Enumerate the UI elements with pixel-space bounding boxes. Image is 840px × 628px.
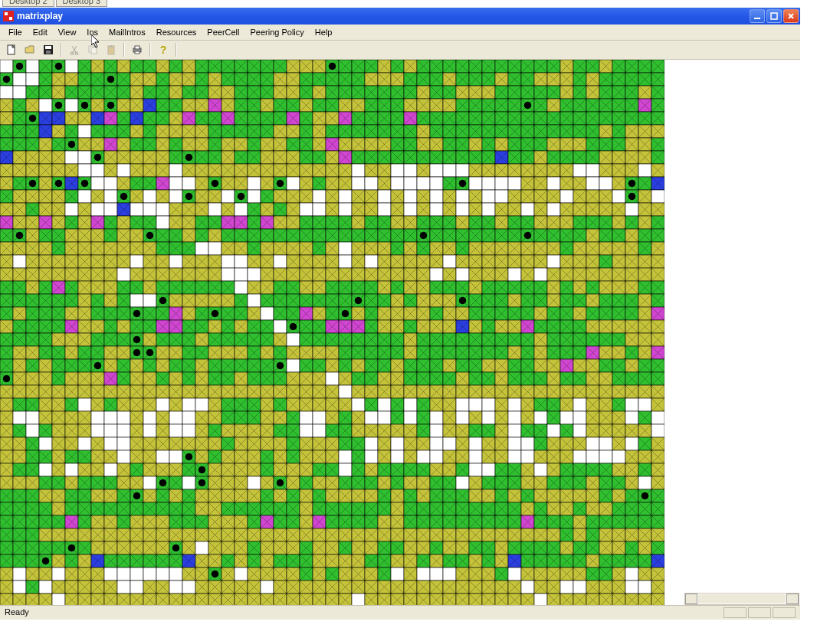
grid-cell[interactable]	[508, 502, 521, 515]
grid-cell[interactable]	[300, 112, 313, 125]
grid-cell[interactable]	[326, 320, 339, 333]
grid-cell[interactable]	[235, 307, 248, 320]
grid-cell[interactable]	[339, 164, 352, 177]
grid-cell[interactable]	[469, 411, 482, 424]
grid-cell[interactable]	[443, 151, 456, 164]
grid-cell[interactable]	[339, 463, 352, 476]
grid-cell[interactable]	[534, 255, 547, 268]
grid-cell[interactable]	[104, 190, 117, 203]
grid-cell[interactable]	[599, 594, 612, 605]
grid-cell[interactable]	[143, 164, 156, 177]
grid-cell[interactable]	[404, 476, 417, 489]
grid-cell[interactable]	[651, 450, 664, 463]
grid-cell[interactable]	[430, 567, 443, 581]
grid-cell[interactable]	[586, 294, 599, 307]
grid-cell[interactable]	[313, 281, 326, 294]
grid-cell[interactable]	[339, 242, 352, 255]
grid-cell[interactable]	[182, 281, 195, 294]
grid-cell[interactable]	[300, 268, 313, 281]
grid-cell[interactable]	[208, 138, 221, 151]
grid-cell[interactable]	[169, 502, 182, 515]
grid-cell[interactable]	[182, 567, 195, 581]
grid-cell[interactable]	[404, 307, 417, 320]
grid-cell[interactable]	[195, 489, 208, 502]
grid-cell[interactable]	[326, 515, 339, 528]
grid-cell[interactable]	[339, 177, 352, 190]
grid-cell[interactable]	[404, 581, 417, 594]
grid-cell[interactable]	[39, 125, 52, 138]
grid-cell[interactable]	[586, 229, 599, 242]
grid-cell[interactable]	[169, 476, 182, 489]
grid-cell[interactable]	[39, 73, 52, 86]
grid-cell[interactable]	[573, 489, 586, 502]
grid-cell[interactable]	[65, 515, 78, 528]
grid-cell[interactable]	[248, 528, 261, 541]
grid-cell[interactable]	[182, 581, 195, 594]
grid-cell[interactable]	[521, 450, 534, 463]
grid-cell[interactable]	[313, 541, 326, 554]
grid-cell[interactable]	[339, 424, 352, 437]
grid-cell[interactable]	[65, 476, 78, 489]
grid-cell[interactable]	[521, 594, 534, 605]
grid-cell[interactable]	[0, 398, 13, 411]
grid-cell[interactable]	[443, 450, 456, 463]
grid-cell[interactable]	[482, 216, 495, 229]
grid-cell[interactable]	[651, 268, 664, 281]
grid-cell[interactable]	[248, 73, 261, 86]
grid-cell[interactable]	[365, 281, 378, 294]
grid-cell[interactable]	[378, 320, 391, 333]
grid-cell[interactable]	[300, 385, 313, 398]
grid-cell[interactable]	[612, 489, 625, 502]
grid-cell[interactable]	[456, 502, 469, 515]
grid-cell[interactable]	[78, 502, 91, 515]
grid-cell[interactable]	[560, 528, 573, 541]
grid-cell[interactable]	[404, 450, 417, 463]
grid-cell[interactable]	[417, 203, 430, 216]
grid-cell[interactable]	[104, 476, 117, 489]
grid-cell[interactable]	[117, 554, 130, 567]
grid-cell[interactable]	[638, 411, 651, 424]
grid-cell[interactable]	[521, 476, 534, 489]
grid-cell[interactable]	[91, 385, 104, 398]
grid-cell[interactable]	[430, 242, 443, 255]
grid-cell[interactable]	[378, 151, 391, 164]
grid-cell[interactable]	[235, 424, 248, 437]
grid-cell[interactable]	[208, 424, 221, 437]
grid-cell[interactable]	[326, 112, 339, 125]
grid-cell[interactable]	[586, 86, 599, 99]
grid-cell[interactable]	[156, 463, 169, 476]
grid-cell[interactable]	[235, 437, 248, 450]
grid-cell[interactable]	[13, 489, 26, 502]
grid-cell[interactable]	[300, 151, 313, 164]
grid-cell[interactable]	[130, 216, 143, 229]
grid-cell[interactable]	[378, 359, 391, 372]
grid-cell[interactable]	[586, 515, 599, 528]
grid-cell[interactable]	[182, 398, 195, 411]
grid-cell[interactable]	[326, 307, 339, 320]
grid-cell[interactable]	[313, 73, 326, 86]
grid-cell[interactable]	[573, 450, 586, 463]
grid-cell[interactable]	[208, 242, 221, 255]
grid-cell[interactable]	[378, 398, 391, 411]
grid-cell[interactable]	[0, 99, 13, 112]
grid-cell[interactable]	[208, 437, 221, 450]
grid-cell[interactable]	[300, 190, 313, 203]
grid-cell[interactable]	[143, 502, 156, 515]
grid-cell[interactable]	[13, 281, 26, 294]
grid-cell[interactable]	[378, 541, 391, 554]
grid-cell[interactable]	[378, 502, 391, 515]
grid-cell[interactable]	[508, 190, 521, 203]
close-button[interactable]	[783, 9, 799, 23]
grid-cell[interactable]	[104, 359, 117, 372]
grid-cell[interactable]	[430, 385, 443, 398]
grid-cell[interactable]	[169, 203, 182, 216]
grid-cell[interactable]	[274, 489, 287, 502]
grid-cell[interactable]	[625, 333, 638, 346]
grid-cell[interactable]	[261, 502, 274, 515]
grid-cell[interactable]	[404, 138, 417, 151]
grid-cell[interactable]	[13, 554, 26, 567]
grid-cell[interactable]	[313, 190, 326, 203]
grid-cell[interactable]	[195, 86, 208, 99]
grid-cell[interactable]	[573, 463, 586, 476]
grid-cell[interactable]	[0, 346, 13, 359]
